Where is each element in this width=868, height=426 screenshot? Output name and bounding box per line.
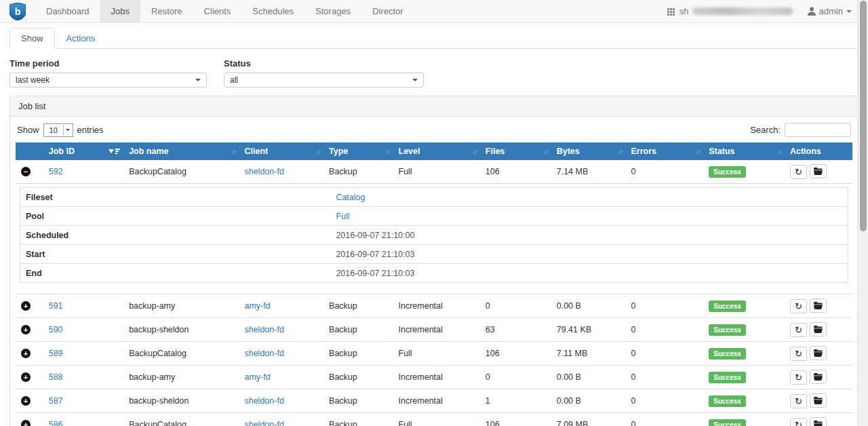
- expand-row-button[interactable]: +: [21, 372, 31, 382]
- level-cell: Full: [393, 413, 480, 426]
- type-cell: Backup: [323, 389, 393, 413]
- nav-item-director[interactable]: Director: [361, 0, 414, 22]
- job-id-link[interactable]: 591: [49, 301, 63, 311]
- tab-show[interactable]: Show: [9, 28, 55, 49]
- folder-icon: [814, 397, 823, 404]
- status-badge: Success: [709, 166, 746, 178]
- client-link[interactable]: sheldon-fd: [244, 396, 283, 406]
- restart-job-button[interactable]: ↻: [790, 347, 807, 361]
- baculum-logo[interactable]: b: [0, 0, 35, 22]
- bytes-cell: 7.11 MB: [551, 342, 626, 366]
- job-name-cell: backup-sheldon: [123, 389, 239, 413]
- type-cell: Backup: [323, 318, 393, 342]
- actions-cell: ↻: [785, 318, 852, 342]
- search-input[interactable]: [785, 123, 851, 137]
- bytes-cell: 7.14 MB: [551, 160, 626, 184]
- column-header-errors[interactable]: Errors↓↑: [626, 142, 704, 160]
- status-cell: Success: [703, 160, 785, 184]
- detail-value: 2016-09-07 21:10:03: [330, 264, 848, 283]
- jobs-table-body: −592BackupCatalogsheldon-fdBackupFull106…: [16, 160, 852, 426]
- column-header-status[interactable]: Status↓↑: [703, 142, 785, 160]
- errors-cell: 0: [626, 413, 704, 426]
- nav-item-jobs[interactable]: Jobs: [100, 0, 140, 22]
- job-id-link[interactable]: 589: [49, 349, 63, 358]
- client-link[interactable]: amy-fd: [244, 301, 270, 311]
- nav-item-storages[interactable]: Storages: [304, 0, 361, 22]
- client-link[interactable]: sheldon-fd: [244, 420, 283, 426]
- sort-icon: ↓↑: [473, 148, 477, 155]
- grid-icon: [667, 8, 669, 10]
- job-name-cell: backup-amy: [123, 366, 239, 389]
- column-header-bytes[interactable]: Bytes↓↑: [551, 142, 626, 160]
- status-label: Status: [224, 58, 424, 69]
- job-row: +588backup-amyamy-fdBackupIncremental00.…: [16, 366, 852, 389]
- actions-cell: ↻: [785, 160, 852, 184]
- nav-item-dashboard[interactable]: Dashboard: [35, 0, 100, 22]
- column-header-type[interactable]: Type↓↑: [323, 142, 393, 160]
- column-header-files[interactable]: Files↓↑: [480, 142, 551, 160]
- time-period-select[interactable]: last week: [9, 73, 207, 88]
- status-badge: Success: [709, 348, 746, 360]
- column-header-level[interactable]: Level↓↑: [393, 142, 480, 160]
- expand-row-button[interactable]: +: [21, 301, 31, 311]
- job-files-button[interactable]: [810, 164, 827, 178]
- detail-label: Scheduled: [20, 226, 331, 245]
- tab-actions[interactable]: Actions: [55, 28, 107, 49]
- sort-desc-icon: [108, 149, 120, 154]
- pool-link[interactable]: Full: [336, 212, 349, 221]
- job-id-link[interactable]: 592: [49, 167, 63, 176]
- job-files-button[interactable]: [810, 346, 827, 360]
- type-cell: Backup: [323, 294, 393, 318]
- nav-item-schedules[interactable]: Schedules: [241, 0, 304, 22]
- errors-cell: 0: [626, 294, 704, 318]
- folder-icon: [814, 421, 823, 426]
- column-header-client[interactable]: Client↓↑: [239, 142, 323, 160]
- filters-row: Time period last week Status all: [9, 58, 859, 88]
- job-id-link[interactable]: 588: [49, 372, 63, 382]
- search-label: Search:: [750, 125, 781, 135]
- restart-job-button[interactable]: ↻: [790, 323, 807, 337]
- expand-row-button[interactable]: +: [21, 349, 31, 358]
- level-cell: Full: [393, 342, 480, 366]
- job-files-button[interactable]: [810, 322, 827, 336]
- job-files-button[interactable]: [810, 393, 827, 408]
- expand-row-button[interactable]: +: [21, 420, 31, 426]
- files-cell: 106: [480, 342, 551, 366]
- restart-job-button[interactable]: ↻: [790, 165, 807, 179]
- status-select[interactable]: all: [224, 73, 424, 88]
- job-files-button[interactable]: [810, 298, 827, 313]
- status-cell: Success: [703, 342, 785, 366]
- job-id-link[interactable]: 586: [49, 420, 63, 426]
- job-id-link[interactable]: 587: [49, 396, 63, 406]
- client-link[interactable]: sheldon-fd: [244, 167, 283, 176]
- restart-job-button[interactable]: ↻: [790, 394, 807, 408]
- folder-icon: [814, 302, 823, 309]
- nav-item-clients[interactable]: Clients: [193, 0, 242, 22]
- restart-job-button[interactable]: ↻: [790, 370, 807, 385]
- expand-row-button[interactable]: +: [21, 396, 31, 406]
- detail-label: Pool: [20, 207, 331, 226]
- collapse-row-button[interactable]: −: [21, 167, 31, 176]
- client-link[interactable]: amy-fd: [244, 372, 270, 382]
- detail-label: Fileset: [20, 188, 331, 207]
- fileset-link[interactable]: Catalog: [336, 193, 365, 202]
- vertical-scrollbar[interactable]: [857, 0, 868, 426]
- job-files-button[interactable]: [810, 417, 827, 426]
- user-menu[interactable]: admin: [808, 6, 852, 16]
- client-link[interactable]: sheldon-fd: [244, 325, 283, 334]
- expand-row-button[interactable]: +: [21, 325, 31, 334]
- column-header-job-name[interactable]: Job name↓↑: [123, 142, 239, 160]
- restart-job-button[interactable]: ↻: [790, 418, 807, 426]
- job-files-button[interactable]: [810, 370, 827, 384]
- folder-icon: [814, 326, 823, 333]
- host-selector[interactable]: sh: [667, 6, 793, 16]
- restart-job-button[interactable]: ↻: [790, 299, 807, 313]
- entries-select[interactable]: 10: [43, 123, 73, 137]
- detail-row-start: Start2016-09-07 21:10:03: [20, 245, 848, 264]
- nav-item-restore[interactable]: Restore: [140, 0, 193, 22]
- detail-value: Full: [330, 207, 848, 226]
- client-link[interactable]: sheldon-fd: [244, 349, 283, 358]
- scrollbar-thumb[interactable]: [860, 1, 867, 231]
- job-id-link[interactable]: 590: [49, 325, 63, 334]
- column-header-job-id[interactable]: Job ID: [43, 142, 123, 160]
